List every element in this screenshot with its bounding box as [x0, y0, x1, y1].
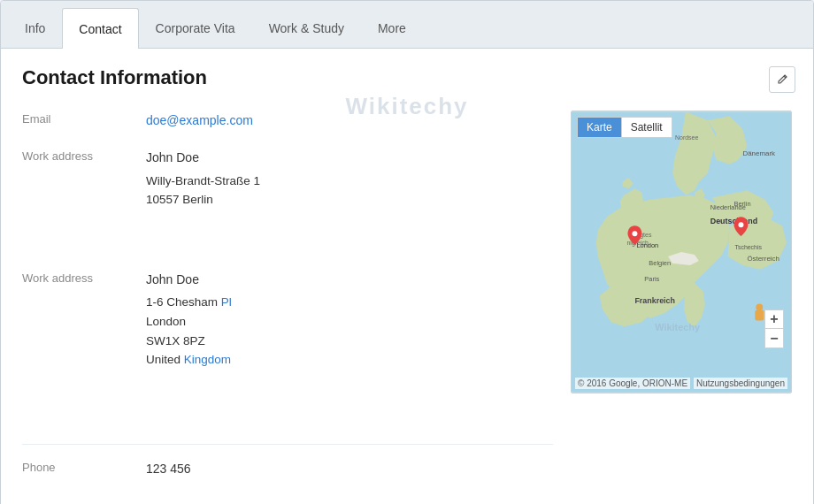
divider — [22, 444, 553, 445]
work-address-2-label: Work address — [22, 270, 146, 391]
phone-row: Phone 123 456 — [22, 459, 553, 478]
address2-street: 1-6 Chesham Pl — [146, 293, 553, 312]
edit-icon — [776, 73, 788, 86]
info-column: Email doe@example.com Work address John … — [22, 111, 553, 496]
map-terms: Nutzungsbedingungen — [694, 378, 787, 389]
svg-text:Wikitechy: Wikitechy — [655, 322, 700, 332]
tab-work-study[interactable]: Work & Study — [252, 8, 361, 48]
map-container: einigtes nigreich Belgien Paris Frankrei… — [571, 111, 792, 393]
svg-text:Berlin: Berlin — [734, 200, 751, 208]
address1-street: Willy-Brandt-Straße 1 — [146, 172, 553, 191]
svg-text:Tschechis: Tschechis — [735, 244, 763, 250]
tab-bar: Info Contact Corporate Vita Work & Study… — [1, 1, 813, 49]
work-address-2-row: Work address John Doe 1-6 Chesham Pl Lon… — [22, 270, 553, 391]
work-address-1-value: John Doe Willy-Brandt-Straße 1 10557 Ber… — [146, 148, 553, 210]
map-copyright: © 2016 Google, ORION-ME — [575, 378, 690, 389]
work-address-1-row: Work address John Doe Willy-Brandt-Straß… — [22, 148, 553, 231]
svg-rect-19 — [755, 309, 764, 320]
tab-more[interactable]: More — [361, 8, 423, 48]
map-zoom-out-button[interactable]: − — [764, 329, 784, 348]
work-address-1-label: Work address — [22, 148, 146, 231]
svg-text:Nordsee: Nordsee — [675, 134, 698, 141]
email-value: doe@example.com — [146, 111, 553, 130]
phone-label: Phone — [22, 459, 146, 478]
edit-button[interactable] — [769, 66, 795, 93]
map-zoom-in-button[interactable]: + — [764, 309, 784, 329]
map-zoom-controls: + − — [764, 309, 784, 348]
address2-postal: SW1X 8PZ — [146, 332, 553, 351]
work-address-2-value: John Doe 1-6 Chesham Pl London SW1X 8PZ … — [146, 270, 553, 370]
address2-name: John Doe — [146, 270, 553, 289]
svg-text:Frankreich: Frankreich — [634, 296, 675, 305]
tab-corporate-vita[interactable]: Corporate Vita — [139, 8, 252, 48]
map-satellit-button[interactable]: Satellit — [621, 118, 672, 137]
page-title: Contact Information — [22, 66, 792, 89]
tab-info[interactable]: Info — [8, 8, 62, 48]
svg-text:Österreich: Österreich — [747, 255, 779, 263]
svg-text:Paris: Paris — [644, 275, 659, 283]
main-layout: Email doe@example.com Work address John … — [22, 111, 792, 496]
email-link[interactable]: doe@example.com — [146, 113, 253, 127]
content-area: Wikitechy Contact Information Email doe@… — [1, 49, 813, 504]
email-row: Email doe@example.com — [22, 111, 553, 130]
map-karte-button[interactable]: Karte — [578, 118, 621, 137]
phone-value: 123 456 — [146, 459, 553, 478]
map-svg: einigtes nigreich Belgien Paris Frankrei… — [572, 111, 791, 393]
address2-street-link[interactable]: Pl — [221, 295, 232, 309]
address1-postal: 10557 Berlin — [146, 190, 553, 210]
tab-contact[interactable]: Contact — [62, 8, 138, 49]
address2-country: United Kingdom — [146, 350, 553, 370]
svg-point-20 — [756, 304, 763, 311]
svg-point-15 — [738, 222, 743, 227]
main-window: Info Contact Corporate Vita Work & Study… — [0, 0, 814, 504]
address2-city: London — [146, 312, 553, 332]
svg-text:Deutschland: Deutschland — [710, 217, 757, 225]
svg-text:Dänemark: Dänemark — [742, 149, 775, 157]
email-label: Email — [22, 111, 146, 130]
map-person-icon — [755, 304, 764, 321]
svg-text:London: London — [636, 241, 658, 249]
map-controls: Karte Satellit — [577, 117, 672, 138]
svg-text:Belgien: Belgien — [649, 259, 671, 267]
address1-name: John Doe — [146, 148, 553, 167]
address2-country-link[interactable]: Kingdom — [184, 353, 231, 366]
svg-point-17 — [632, 231, 637, 236]
map-column: einigtes nigreich Belgien Paris Frankrei… — [571, 111, 792, 496]
